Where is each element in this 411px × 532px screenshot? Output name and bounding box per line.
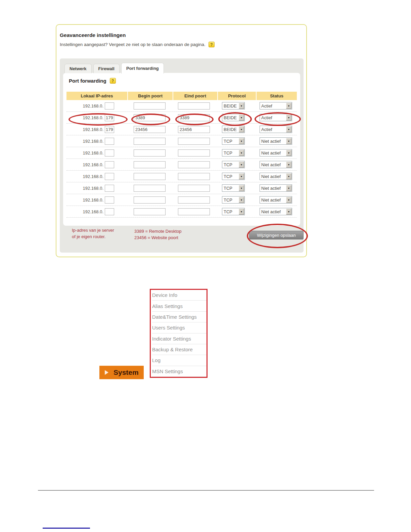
end-port-input[interactable] (178, 138, 210, 145)
status-select[interactable]: Niet actief ▼ (260, 208, 292, 215)
ip-prefix-label: 192.168.0. (83, 127, 103, 132)
begin-port-cell (128, 208, 173, 215)
status-value: Niet actief (261, 162, 281, 167)
begin-port-cell (128, 185, 173, 192)
ip-suffix-input[interactable] (105, 102, 114, 109)
protocol-select[interactable]: TCP ▼ (222, 161, 245, 168)
protocol-select[interactable]: BEIDE ▼ (222, 114, 245, 121)
protocol-select[interactable]: TCP ▼ (222, 184, 245, 192)
ip-suffix-input[interactable] (105, 196, 114, 204)
ip-suffix-input[interactable] (105, 114, 114, 121)
end-port-cell (173, 196, 218, 204)
end-port-cell (173, 208, 218, 215)
protocol-cell: BEIDE ▼ (218, 102, 257, 109)
help-icon[interactable]: ? (110, 78, 116, 84)
menu-item-indicator-settings[interactable]: Indicator Settings (152, 334, 207, 344)
protocol-select[interactable]: BEIDE ▼ (222, 102, 245, 109)
menu-item-users-settings[interactable]: Users Settings (152, 322, 207, 333)
begin-port-input[interactable] (134, 149, 166, 157)
page-subtitle-row: Instellingen aangepast? Vergeet ze niet … (60, 42, 215, 47)
save-changes-button[interactable]: Wijzigingen opslaan (249, 231, 304, 239)
help-icon[interactable]: ? (209, 42, 215, 47)
local-ip-cell: 192.168.0. (66, 149, 128, 157)
dropdown-arrow-icon: ▼ (286, 115, 291, 121)
system-button-label: System (113, 368, 139, 376)
protocol-select[interactable]: TCP ▼ (222, 137, 245, 145)
status-select[interactable]: Niet actief ▼ (260, 184, 292, 192)
begin-port-input[interactable] (134, 185, 166, 192)
dropdown-arrow-icon: ▼ (286, 185, 291, 191)
end-port-input[interactable] (178, 102, 210, 109)
ip-suffix-input[interactable] (105, 138, 114, 145)
protocol-cell: TCP ▼ (218, 161, 257, 168)
note-server-ip: Ip-adres van je server of je eigen route… (72, 227, 114, 240)
table-row: 192.168.0. TCP ▼ Niet actief ▼ (66, 206, 297, 218)
begin-port-input[interactable] (134, 161, 166, 168)
menu-item-msn-settings[interactable]: MSN Settings (152, 366, 207, 377)
begin-port-input[interactable] (134, 208, 166, 215)
status-cell: Niet actief ▼ (257, 184, 297, 192)
status-select[interactable]: Niet actief ▼ (260, 173, 292, 180)
end-port-input[interactable] (178, 161, 210, 168)
dropdown-arrow-icon: ▼ (286, 150, 291, 156)
protocol-cell: BEIDE ▼ (218, 126, 257, 133)
status-select[interactable]: Actief ▼ (260, 102, 292, 109)
menu-item-log[interactable]: Log (152, 355, 207, 366)
menu-item-backup-restore[interactable]: Backup & Restore (152, 344, 207, 355)
begin-port-input[interactable] (134, 138, 166, 145)
ip-suffix-input[interactable] (105, 126, 114, 133)
end-port-input[interactable] (178, 149, 210, 157)
begin-port-input[interactable] (134, 114, 166, 121)
begin-port-cell (128, 138, 173, 145)
end-port-input[interactable] (178, 126, 210, 133)
begin-port-input[interactable] (134, 196, 166, 204)
status-select[interactable]: Niet actief ▼ (260, 161, 292, 168)
protocol-value: TCP (224, 162, 232, 167)
dropdown-arrow-icon: ▼ (286, 197, 291, 203)
end-port-input[interactable] (178, 185, 210, 192)
table-row: 192.168.0. TCP ▼ Niet actief ▼ (66, 182, 297, 194)
status-cell: Niet actief ▼ (257, 137, 297, 145)
end-port-input[interactable] (178, 114, 210, 121)
table-row: 192.168.0. BEIDE ▼ Actief ▼ (66, 100, 297, 112)
system-button[interactable]: System (99, 366, 144, 379)
status-select[interactable]: Actief ▼ (260, 114, 292, 121)
begin-port-input[interactable] (134, 173, 166, 180)
note-line: of je eigen router. (72, 233, 114, 240)
ip-suffix-input[interactable] (105, 161, 114, 168)
begin-port-input[interactable] (134, 126, 166, 133)
protocol-select[interactable]: BEIDE ▼ (222, 126, 245, 133)
menu-item-alias-settings[interactable]: Alias Settings (152, 301, 207, 311)
protocol-select[interactable]: TCP ▼ (222, 196, 245, 204)
tab-firewall[interactable]: Firewall (93, 64, 120, 73)
ip-prefix-label: 192.168.0. (83, 197, 103, 203)
status-select[interactable]: Niet actief ▼ (260, 196, 292, 204)
arrow-right-icon (105, 370, 108, 375)
protocol-select[interactable]: TCP ▼ (222, 208, 245, 215)
dropdown-arrow-icon: ▼ (239, 103, 244, 109)
protocol-select[interactable]: TCP ▼ (222, 173, 245, 180)
ip-suffix-input[interactable] (105, 185, 114, 192)
ip-suffix-input[interactable] (105, 173, 114, 180)
end-port-input[interactable] (178, 208, 210, 215)
end-port-input[interactable] (178, 173, 210, 180)
tab-port-forwarding[interactable]: Port forwarding (121, 63, 164, 74)
protocol-select[interactable]: TCP ▼ (222, 149, 245, 157)
ip-suffix-input[interactable] (105, 149, 114, 157)
dropdown-arrow-icon: ▼ (286, 209, 291, 215)
ip-suffix-input[interactable] (105, 208, 114, 215)
table-row: 192.168.0. BEIDE ▼ Actief ▼ (66, 124, 297, 135)
dropdown-arrow-icon: ▼ (239, 138, 244, 144)
section-title: Port forwarding (69, 78, 106, 84)
status-select[interactable]: Niet actief ▼ (260, 137, 292, 145)
protocol-value: BEIDE (224, 115, 237, 120)
tab-netwerk[interactable]: Netwerk (64, 64, 92, 73)
status-select[interactable]: Niet actief ▼ (260, 149, 292, 157)
begin-port-input[interactable] (134, 102, 166, 109)
dropdown-arrow-icon: ▼ (239, 209, 244, 215)
local-ip-cell: 192.168.0. (66, 185, 128, 192)
menu-item-date-time-settings[interactable]: Date&Time Settings (152, 312, 207, 322)
status-select[interactable]: Actief ▼ (260, 126, 292, 133)
menu-item-device-info[interactable]: Device Info (152, 290, 207, 301)
end-port-input[interactable] (178, 196, 210, 204)
